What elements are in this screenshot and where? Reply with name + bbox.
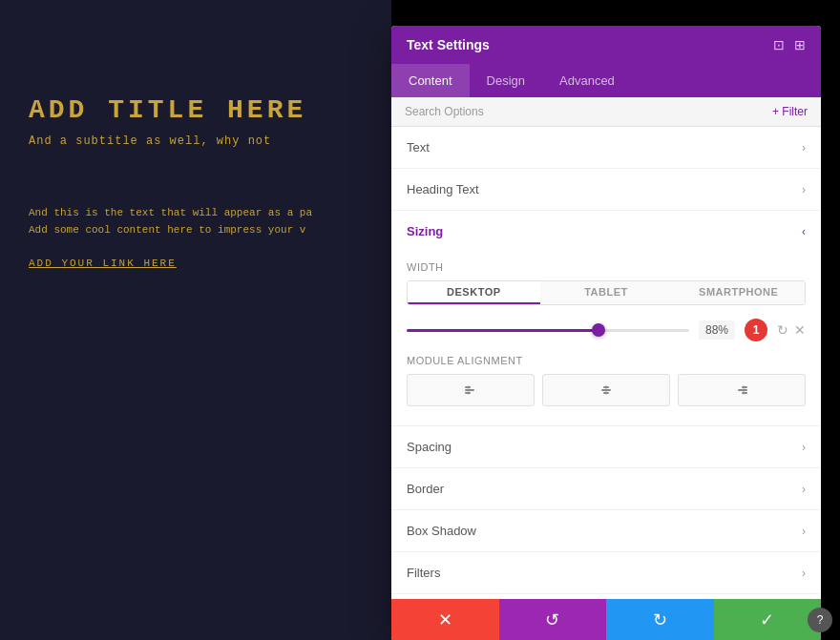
fullscreen-icon[interactable]: ⊡ xyxy=(773,37,785,52)
slider-container[interactable] xyxy=(407,320,689,340)
panel-title: Text Settings xyxy=(407,37,490,52)
filter-button[interactable]: + Filter xyxy=(772,105,808,118)
slider-action-icons: ↻ ✕ xyxy=(777,322,806,338)
canvas-area: ADD TITLE HERE And a subtitle as well, w… xyxy=(0,0,391,640)
svg-rect-11 xyxy=(743,385,745,395)
section-border-label: Border xyxy=(407,482,444,496)
width-label: Width xyxy=(407,261,806,273)
section-box-shadow[interactable]: Box Shadow › xyxy=(391,510,821,552)
section-spacing[interactable]: Spacing › xyxy=(391,426,821,468)
section-heading-text[interactable]: Heading Text › xyxy=(391,169,821,211)
canvas-link[interactable]: ADD YOUR LINK HERE xyxy=(29,258,363,269)
section-filters-label: Filters xyxy=(407,566,440,580)
chevron-down-icon-5: › xyxy=(802,525,806,538)
chevron-down-icon-2: › xyxy=(802,183,806,196)
slider-badge: 1 xyxy=(745,319,767,341)
align-center-button[interactable] xyxy=(542,374,670,406)
section-heading-label: Heading Text xyxy=(407,182,479,196)
settings-panel: Text Settings ⊡ ⊞ Content Design Advance… xyxy=(391,26,821,640)
alignment-options xyxy=(407,374,806,406)
panel-tabs: Content Design Advanced xyxy=(391,64,821,97)
tab-design[interactable]: Design xyxy=(470,64,542,97)
svg-rect-7 xyxy=(605,385,607,395)
search-bar: Search Options + Filter xyxy=(391,97,821,127)
device-tabs: DESKTOP TABLET SMARTPHONE xyxy=(407,280,806,305)
panel-content: Text › Heading Text › Sizing ‹ Width DES… xyxy=(391,127,821,599)
device-tab-desktop[interactable]: DESKTOP xyxy=(408,281,540,304)
section-border[interactable]: Border › xyxy=(391,468,821,510)
panel-footer: ✕ ↺ ↻ ✓ xyxy=(391,599,821,640)
help-icon[interactable]: ? xyxy=(808,608,832,632)
chevron-down-icon-3: › xyxy=(802,441,806,454)
align-left-button[interactable] xyxy=(407,374,535,406)
chevron-down-icon-6: › xyxy=(802,567,806,580)
chevron-down-icon-4: › xyxy=(802,483,806,496)
reset-icon[interactable]: ↻ xyxy=(777,322,788,338)
section-box-shadow-label: Box Shadow xyxy=(407,524,476,538)
tab-content[interactable]: Content xyxy=(391,64,470,97)
canvas-title: ADD TITLE HERE xyxy=(29,95,363,125)
align-right-button[interactable] xyxy=(678,374,806,406)
section-text-label: Text xyxy=(407,140,430,155)
cancel-button[interactable]: ✕ xyxy=(391,599,499,640)
close-icon[interactable]: ✕ xyxy=(794,322,806,338)
canvas-body-text: And this is the text that will appear as… xyxy=(29,205,363,238)
tab-advanced[interactable]: Advanced xyxy=(542,64,632,97)
slider-thumb[interactable] xyxy=(592,323,605,337)
sizing-section: Sizing ‹ Width DESKTOP TABLET SMARTPHONE xyxy=(391,211,821,426)
slider-value[interactable]: 88% xyxy=(699,320,735,340)
section-text[interactable]: Text › xyxy=(391,127,821,169)
panel-header: Text Settings ⊡ ⊞ xyxy=(391,26,821,64)
undo-button[interactable]: ↺ xyxy=(499,599,607,640)
device-tab-tablet[interactable]: TABLET xyxy=(540,281,673,304)
canvas-subtitle: And a subtitle as well, why not xyxy=(29,134,363,148)
alignment-label: Module Alignment xyxy=(407,355,806,366)
section-spacing-label: Spacing xyxy=(407,440,452,454)
width-slider-row: 88% 1 ↻ ✕ xyxy=(407,319,806,341)
chevron-down-icon: › xyxy=(802,141,806,155)
redo-button[interactable]: ↻ xyxy=(606,599,714,640)
search-options-text: Search Options xyxy=(405,105,484,118)
save-button[interactable]: ✓ xyxy=(714,599,822,640)
panel-header-icons: ⊡ ⊞ xyxy=(773,37,806,52)
device-tab-smartphone[interactable]: SMARTPHONE xyxy=(672,281,805,304)
section-filters[interactable]: Filters › xyxy=(391,552,821,594)
sizing-header[interactable]: Sizing ‹ xyxy=(391,211,821,252)
slider-track xyxy=(407,329,689,332)
sizing-content: Width DESKTOP TABLET SMARTPHONE 88% 1 xyxy=(391,252,821,425)
chevron-up-icon: ‹ xyxy=(802,225,806,238)
svg-rect-3 xyxy=(468,385,470,395)
sizing-label: Sizing xyxy=(407,224,443,238)
expand-icon[interactable]: ⊞ xyxy=(794,37,806,52)
